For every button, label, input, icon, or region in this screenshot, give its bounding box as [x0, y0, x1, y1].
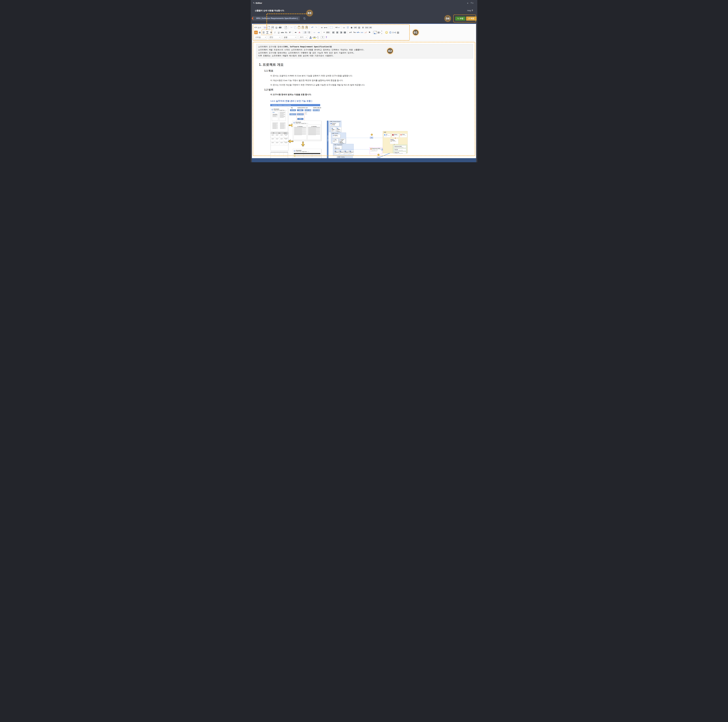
document-card-2: Document( Word, PDF, Google Docs ... ) 요… — [292, 121, 321, 141]
checkbox-icon[interactable]: ☑ — [346, 26, 350, 29]
align-justify-icon[interactable] — [343, 31, 347, 34]
paragraph-bold: 이 요구사항 명세의 범위는 다음을 포함 합니다. — [271, 93, 312, 96]
select-all-icon[interactable] — [329, 26, 333, 29]
textarea-icon[interactable]: ▤ — [358, 26, 361, 29]
smiley-icon[interactable]: ☺ — [385, 31, 388, 34]
paragraph-dropdown[interactable]: 문단▾ — [268, 35, 281, 39]
preview-icon[interactable]: ◎ — [275, 26, 278, 29]
copy-document-button[interactable] — [303, 17, 306, 20]
language-icon[interactable]: ⊕A▾ — [356, 31, 360, 34]
table-thumbnail-2 — [271, 152, 288, 158]
bg-color-icon[interactable]: ab▾ — [313, 36, 317, 39]
flow-box: WBS — [297, 118, 303, 120]
copy-formatting-icon[interactable]: ✒ — [294, 31, 297, 34]
paragraph: 이 문서는 포괄적인 A-RMS 의 Cost 분석 기능을 강화하기 위한 상… — [271, 75, 353, 77]
ltr-icon[interactable]: ▶¶ — [349, 31, 352, 34]
flow-box: 프로젝트 산출물 — [313, 109, 320, 111]
version-button[interactable]: ↺버전 — [466, 17, 477, 21]
source-icon[interactable]: </>소스 — [254, 26, 261, 29]
cpu-icon — [294, 122, 295, 124]
bold-icon[interactable]: B — [269, 31, 273, 34]
footer-bar — [252, 158, 476, 162]
page-break-icon[interactable]: ⇥ — [392, 31, 396, 34]
numbered-list-icon[interactable]: ☰ — [303, 31, 307, 34]
redo-icon[interactable]: ↷ — [314, 26, 318, 29]
unlink-icon[interactable]: ⊃⊂ — [364, 31, 367, 34]
edit-button[interactable]: ✎수정 — [455, 17, 465, 21]
toolbar-row-3: 스타일▾문단▾글꼴▾크기▾A▾ab▾¶? — [254, 35, 476, 40]
about-icon[interactable]: ? — [324, 36, 328, 39]
help-link[interactable]: Help? — [467, 9, 473, 12]
undo-icon[interactable]: ↶ — [310, 26, 314, 29]
new-page-icon[interactable] — [267, 26, 271, 29]
text-field-icon[interactable]: abl — [354, 26, 357, 29]
remove-format-icon[interactable]: A — [298, 31, 301, 34]
save-icon[interactable] — [263, 26, 267, 29]
underline-icon[interactable]: U — [277, 31, 280, 34]
maximize-icon[interactable] — [317, 36, 320, 39]
spellcheck-icon[interactable]: ABC▾ — [335, 26, 340, 29]
bulleted-list-icon[interactable]: ☰ — [307, 31, 311, 34]
strike-icon[interactable]: abc — [281, 31, 284, 34]
subscript-icon[interactable]: X₂ — [284, 31, 288, 34]
paste-icon[interactable] — [297, 26, 301, 29]
gear-icon — [378, 154, 379, 156]
superscript-icon[interactable]: X² — [288, 31, 292, 34]
align-left-icon[interactable] — [332, 31, 335, 34]
style-dropdown[interactable]: 스타일▾ — [254, 35, 267, 39]
special-char-icon[interactable]: Ω — [388, 31, 392, 34]
clipboard-icon — [370, 148, 372, 150]
button-field-icon[interactable]: xxx — [365, 26, 369, 29]
outdent-icon[interactable]: ⇤ — [313, 31, 317, 34]
gear-label-link: 연결 — [370, 137, 373, 139]
templates-icon[interactable]: ≡ — [284, 26, 288, 29]
heading-salary-management: 1.2.1 실무자의 연봉 관리 ( 보안 기능 포함 ) — [271, 100, 312, 102]
edit-icon: ✎ — [457, 17, 459, 20]
export-pdf-icon[interactable]: PDF — [271, 26, 274, 29]
find-icon[interactable]: ∞ — [320, 26, 324, 29]
radio-icon[interactable]: ◉ — [350, 26, 353, 29]
size-dropdown[interactable]: 크기▾ — [299, 35, 307, 39]
vertical-margin-icon[interactable]: ↕ — [266, 31, 269, 34]
align-center-icon[interactable] — [336, 31, 339, 34]
arrow-left-icon — [288, 139, 293, 143]
link-icon[interactable]: ⊃⊂ — [360, 31, 364, 34]
table-icon[interactable]: ⊞▾ — [377, 31, 381, 34]
rtl-icon[interactable]: ¶◀ — [353, 31, 356, 34]
image-icon[interactable] — [373, 31, 377, 34]
diagram-icon[interactable] — [254, 31, 258, 34]
project-tracker-card: PROJECT Project Issue Tracker — [390, 139, 398, 144]
anchor-icon[interactable]: ⚑ — [368, 31, 371, 34]
text-color-icon[interactable]: A▾ — [309, 36, 313, 39]
editor-content-area[interactable]: 소프트웨어 요구사항 명세서(SRS, Software Requirement… — [252, 41, 476, 158]
panel-requirement: A-RMS : Requirement RequirementSRS Requi… — [333, 144, 354, 156]
cut-icon[interactable]: ✂ — [290, 26, 293, 29]
replace-icon[interactable]: a↔c — [324, 26, 327, 29]
document-title: SRS ( Software Requirements Specificatio… — [256, 17, 298, 19]
iframe-icon[interactable]: ▤ — [396, 31, 400, 34]
panel-version: A-RMS : Version VersionProject Plan Plan… — [331, 133, 346, 143]
blockquote-icon[interactable]: ” — [322, 31, 326, 34]
print-icon[interactable] — [278, 26, 282, 29]
horizontal-rule-icon[interactable] — [381, 31, 384, 34]
attach-icon[interactable]: ⊕ — [258, 31, 262, 34]
paste-word-icon[interactable]: W — [305, 26, 308, 29]
line-spacing-icon[interactable]: ☰ — [262, 31, 265, 34]
alm-task-card: Related taskmanagement · Connect UI/UX — [394, 152, 406, 154]
div-container-icon[interactable]: DIV — [326, 31, 330, 34]
collapse-chevron-icon[interactable]: ▾ — [467, 2, 468, 5]
fullscreen-expand-icon[interactable]: ⇱⇲ — [471, 2, 473, 4]
font-dropdown[interactable]: 글꼴▾ — [283, 35, 297, 39]
form-icon[interactable]: ▭ — [342, 26, 346, 29]
show-blocks-icon[interactable]: ¶ — [321, 36, 324, 39]
italic-icon[interactable]: I — [273, 31, 277, 34]
paste-text-icon[interactable]: A — [301, 26, 304, 29]
select-field-icon[interactable]: ≣ — [361, 26, 365, 29]
align-right-icon[interactable] — [340, 31, 343, 34]
copy-icon[interactable] — [294, 26, 297, 29]
diagram-card: Version - ALM Project Mappingmanagement … — [339, 139, 346, 143]
diagram-card: Outputmanagement Editor — [331, 127, 336, 132]
indent-icon[interactable]: ⇥ — [317, 31, 320, 34]
hidden-field-icon[interactable]: ab — [369, 26, 372, 29]
document-card-1: Document( Word, PDF, Google Docs ... ) 제… — [271, 108, 288, 132]
